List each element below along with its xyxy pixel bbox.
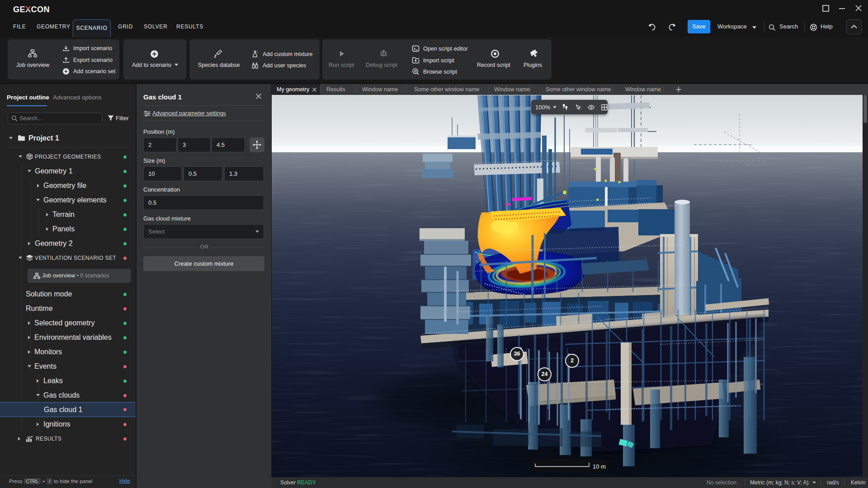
svg-text:10 m: 10 m — [593, 463, 606, 470]
